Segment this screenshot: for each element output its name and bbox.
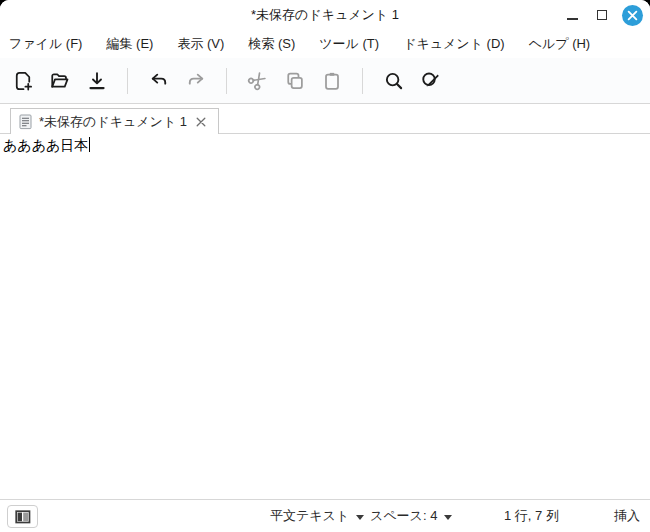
minimize-icon <box>567 18 578 20</box>
chevron-down-icon <box>444 515 452 520</box>
chevron-down-icon <box>356 515 364 520</box>
paste-button[interactable] <box>313 63 350 99</box>
search-icon <box>384 71 404 91</box>
paste-icon <box>322 71 342 91</box>
maximize-button[interactable] <box>594 0 610 30</box>
open-button[interactable] <box>41 63 78 99</box>
cut-button[interactable] <box>239 63 276 99</box>
copy-icon <box>285 71 305 91</box>
open-folder-icon <box>50 71 70 91</box>
editor-text: ああああ日本 <box>3 137 88 153</box>
minimize-button[interactable] <box>564 0 580 30</box>
tab-width-label: スペース: 4 <box>370 507 437 525</box>
cut-icon <box>244 67 271 94</box>
tab-close-button[interactable] <box>194 115 208 129</box>
find-replace-button[interactable] <box>412 63 449 99</box>
menu-search[interactable]: 検索 (S) <box>248 35 295 53</box>
tab-title: *未保存のドキュメント 1 <box>39 113 187 131</box>
toolbar-separator <box>226 68 227 94</box>
gedit-window: *未保存のドキュメント 1 ファイル (F) 編集 (E) 表示 (V) 検索 … <box>0 0 650 532</box>
save-button[interactable] <box>78 63 115 99</box>
close-tab-icon <box>196 117 206 127</box>
tab-width-dropdown[interactable]: スペース: 4 <box>370 500 452 532</box>
document-icon <box>19 114 32 130</box>
undo-icon <box>149 71 169 91</box>
toolbar-separator <box>362 68 363 94</box>
window-title: *未保存のドキュメント 1 <box>0 0 650 30</box>
editor-text-area[interactable]: ああああ日本 <box>0 134 650 499</box>
statusbar: 平文テキスト スペース: 4 1 行, 7 列 挿入 <box>0 499 650 532</box>
maximize-icon <box>597 10 607 20</box>
highlight-mode-dropdown[interactable]: 平文テキスト <box>270 500 364 532</box>
save-icon <box>87 71 107 91</box>
close-icon <box>622 5 643 26</box>
side-panel-icon <box>15 510 31 524</box>
menu-file[interactable]: ファイル (F) <box>9 35 82 53</box>
new-document-button[interactable] <box>4 63 41 99</box>
toolbar-separator <box>127 68 128 94</box>
menu-tools[interactable]: ツール (T) <box>319 35 379 53</box>
new-document-icon <box>13 71 33 91</box>
text-caret <box>89 137 90 152</box>
toolbar <box>0 58 650 104</box>
redo-icon <box>186 71 206 91</box>
menu-view[interactable]: 表示 (V) <box>177 35 224 53</box>
copy-button[interactable] <box>276 63 313 99</box>
highlight-mode-label: 平文テキスト <box>270 507 349 525</box>
insert-mode-indicator: 挿入 <box>614 500 640 532</box>
menu-help[interactable]: ヘルプ (H) <box>529 35 591 53</box>
menu-edit[interactable]: 編集 (E) <box>106 35 153 53</box>
redo-button[interactable] <box>177 63 214 99</box>
undo-button[interactable] <box>140 63 177 99</box>
search-button[interactable] <box>375 63 412 99</box>
titlebar: *未保存のドキュメント 1 <box>0 0 650 30</box>
menu-documents[interactable]: ドキュメント (D) <box>403 35 505 53</box>
close-button[interactable] <box>620 0 644 30</box>
cursor-position-indicator: 1 行, 7 列 <box>504 500 559 532</box>
tab-unsaved-document[interactable]: *未保存のドキュメント 1 <box>10 108 219 134</box>
side-panel-toggle-button[interactable] <box>7 505 38 528</box>
find-replace-icon <box>421 71 441 91</box>
tab-bar: *未保存のドキュメント 1 <box>0 104 650 134</box>
menubar: ファイル (F) 編集 (E) 表示 (V) 検索 (S) ツール (T) ドキ… <box>0 30 650 58</box>
